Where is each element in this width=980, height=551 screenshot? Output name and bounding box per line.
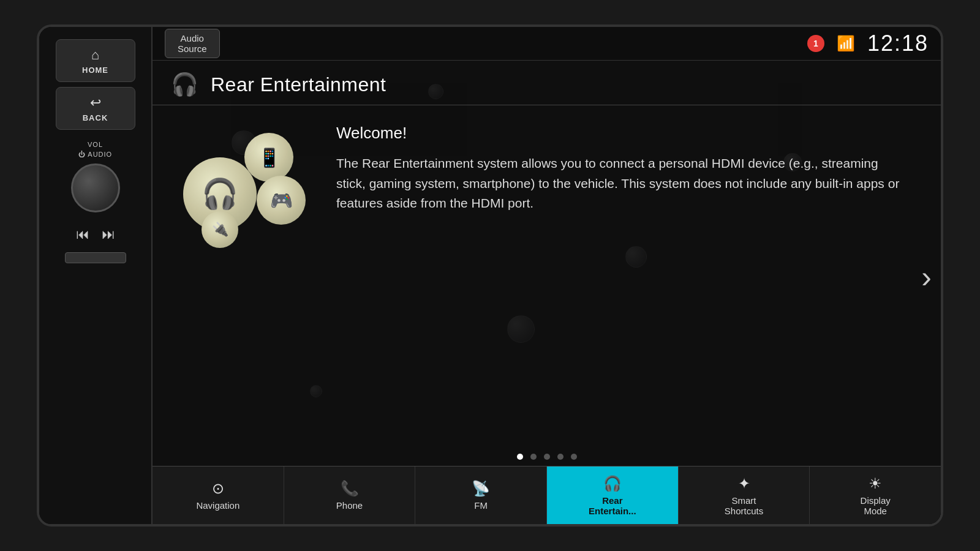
page-title: Rear Entertainment <box>211 73 386 96</box>
page-dot-3[interactable] <box>544 454 550 460</box>
page-dot-1[interactable] <box>517 454 523 460</box>
volume-control: VOL ⏻ AUDIO <box>71 141 120 216</box>
icons-area: 🎧 📱 🎮 🔌 <box>171 118 306 271</box>
transport-controls: ⏮ ⏭ <box>76 227 115 242</box>
body-content: 🎧 📱 🎮 🔌 Welcome! The Rear Entertainment … <box>153 105 941 448</box>
status-bar: Audio Source 1 📶 12:18 <box>153 27 941 61</box>
page-dots <box>153 448 941 466</box>
smart-shortcuts-label: Smart Shortcuts <box>725 495 763 516</box>
nav-item-fm[interactable]: 📡 FM <box>415 467 547 524</box>
home-label: HOME <box>82 66 108 75</box>
rear-entertain-icon: 🎧 <box>603 475 622 492</box>
page-dot-4[interactable] <box>557 454 564 460</box>
back-icon: ↩ <box>90 95 101 111</box>
gamepad-circle-medium: 🎮 <box>257 176 306 225</box>
back-button[interactable]: ↩ BACK <box>56 87 135 130</box>
fast-forward-icon[interactable]: ⏭ <box>102 227 115 242</box>
car-infotainment-screen: ⌂ HOME ↩ BACK VOL ⏻ AUDIO ⏮ ⏭ Audio Sour… <box>37 24 943 527</box>
notification-count: 1 <box>807 35 824 52</box>
fm-label: FM <box>474 500 488 511</box>
welcome-title: Welcome! <box>336 124 910 143</box>
hdmi-circle-small: 🔌 <box>202 211 238 248</box>
nav-item-rear-entertainment[interactable]: 🎧 Rear Entertain... <box>547 467 679 524</box>
vol-label: VOL <box>88 141 103 148</box>
display-mode-label: Display Mode <box>861 495 891 516</box>
nav-item-navigation[interactable]: ⊙ Navigation <box>153 467 284 524</box>
status-right: 1 📶 12:18 <box>807 31 929 56</box>
display-mode-icon: ☀ <box>869 475 882 492</box>
page-header: 🎧 Rear Entertainment <box>153 61 941 105</box>
text-content: Welcome! The Rear Entertainment system a… <box>324 118 922 435</box>
audio-source-button[interactable]: Audio Source <box>165 29 220 58</box>
nav-item-phone[interactable]: 📞 Phone <box>284 467 416 524</box>
time-display: 12:18 <box>867 31 929 56</box>
fm-icon: 📡 <box>472 480 490 497</box>
navigation-icon: ⊙ <box>212 480 224 497</box>
navigation-label: Navigation <box>196 500 239 511</box>
welcome-body: The Rear Entertainment system allows you… <box>336 154 910 214</box>
nav-item-display-mode[interactable]: ☀ Display Mode <box>810 467 941 524</box>
headphones-icon: 🎧 <box>171 72 198 97</box>
phone-icon: 📞 <box>341 480 359 497</box>
page-dot-5[interactable] <box>571 454 577 460</box>
rewind-icon[interactable]: ⏮ <box>76 227 89 242</box>
content-area: 🎧 Rear Entertainment 🎧 📱 🎮 🔌 Welcome! Th… <box>153 61 941 524</box>
home-button[interactable]: ⌂ HOME <box>56 39 135 82</box>
smart-shortcuts-icon: ✦ <box>738 475 750 492</box>
home-icon: ⌂ <box>91 47 99 63</box>
next-arrow-button[interactable]: › <box>921 259 932 294</box>
usb-slot <box>65 252 126 263</box>
phone-label: Phone <box>336 500 363 511</box>
phone-circle-medium: 📱 <box>244 133 293 182</box>
notification-badge: 1 <box>807 35 824 52</box>
audio-label: ⏻ AUDIO <box>78 151 112 158</box>
nav-item-smart-shortcuts[interactable]: ✦ Smart Shortcuts <box>679 467 810 524</box>
back-label: BACK <box>83 113 108 122</box>
bottom-nav-bar: ⊙ Navigation 📞 Phone 📡 FM 🎧 Rear Enterta… <box>153 466 941 524</box>
rear-entertain-label: Rear Entertain... <box>589 495 636 516</box>
wifi-icon: 📶 <box>837 35 855 52</box>
page-dot-2[interactable] <box>530 454 537 460</box>
left-controls-panel: ⌂ HOME ↩ BACK VOL ⏻ AUDIO ⏮ ⏭ <box>39 27 153 524</box>
main-area: Audio Source 1 📶 12:18 🎧 <box>153 27 941 524</box>
volume-knob[interactable] <box>71 163 120 212</box>
